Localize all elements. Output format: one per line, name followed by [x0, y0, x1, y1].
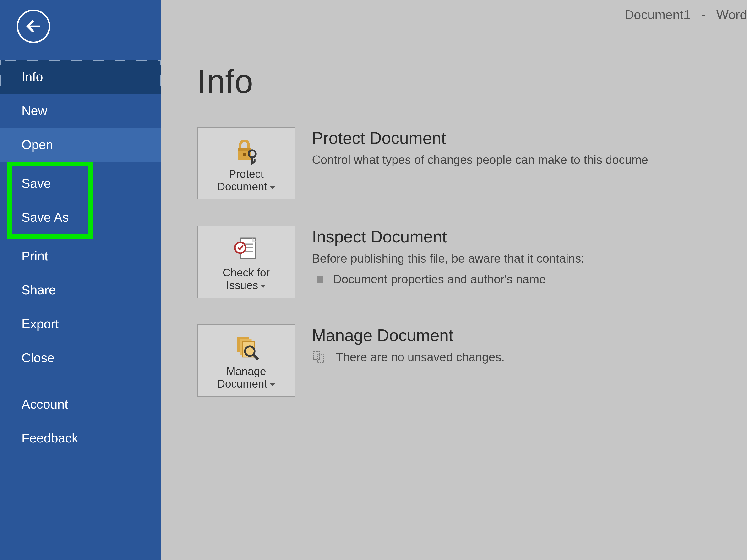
nav-item-save[interactable]: Save: [12, 166, 88, 200]
check-for-issues-button[interactable]: Check for Issues: [197, 226, 295, 298]
nav-item-feedback[interactable]: Feedback: [0, 421, 161, 455]
nav-item-info[interactable]: Info: [0, 60, 161, 94]
window-title: Document1 - Word: [625, 7, 747, 22]
section-body: Inspect Document Before publishing this …: [312, 226, 747, 288]
document-name: Document1: [625, 7, 691, 22]
nav-item-open[interactable]: Open: [0, 128, 161, 161]
section-inspect: Check for Issues Inspect Document Before…: [197, 226, 747, 298]
nav-item-close[interactable]: Close: [0, 341, 161, 375]
nav-item-export[interactable]: Export: [0, 307, 161, 341]
highlight-save-group: Save Save As: [7, 161, 93, 239]
manage-document-button[interactable]: Manage Document: [197, 324, 295, 397]
tile-label: Manage Document: [217, 365, 275, 390]
app-name: Word: [716, 7, 747, 22]
restore-icon: [312, 350, 326, 364]
nav-list: Info New Open Save Save As Print Share E…: [0, 60, 161, 455]
chevron-down-icon: [260, 285, 266, 288]
backstage-main: Document1 - Word Info: [161, 0, 747, 560]
section-title-protect: Protect Document: [312, 129, 747, 148]
nav-item-save-as[interactable]: Save As: [12, 200, 88, 234]
inspect-bullet-text: Document properties and author's name: [333, 271, 546, 288]
title-separator: -: [701, 7, 706, 22]
svg-rect-14: [314, 352, 320, 360]
section-manage: Manage Document Manage Document There ar…: [197, 324, 747, 397]
manage-status-row: There are no unsaved changes.: [312, 349, 747, 366]
check-doc-icon: [232, 233, 261, 264]
bullet-icon: [317, 276, 324, 283]
arrow-left-icon: [24, 17, 43, 36]
nav-item-new[interactable]: New: [0, 94, 161, 128]
nav-item-account[interactable]: Account: [0, 387, 161, 421]
manage-status-text: There are no unsaved changes.: [336, 349, 505, 366]
section-title-manage: Manage Document: [312, 326, 747, 345]
svg-line-13: [253, 355, 258, 359]
back-button[interactable]: [17, 9, 50, 43]
chevron-down-icon: [269, 186, 275, 189]
section-body: Protect Document Control what types of c…: [312, 127, 747, 168]
backstage-sidebar: Info New Open Save Save As Print Share E…: [0, 0, 161, 560]
nav-item-print[interactable]: Print: [0, 239, 161, 273]
protect-document-button[interactable]: Protect Document: [197, 127, 295, 199]
svg-rect-15: [317, 355, 324, 363]
nav-separator: [22, 380, 88, 381]
tile-label: Protect Document: [217, 168, 275, 193]
section-protect: Protect Document Protect Document Contro…: [197, 127, 747, 199]
section-desc-protect: Control what types of changes people can…: [312, 152, 747, 168]
stack-magnify-icon: [232, 332, 261, 363]
tile-label: Check for Issues: [223, 266, 270, 292]
inspect-bullet-row: Document properties and author's name: [312, 271, 747, 288]
section-body: Manage Document There are no unsaved cha…: [312, 324, 747, 366]
lock-key-icon: [232, 135, 261, 166]
section-title-inspect: Inspect Document: [312, 227, 747, 246]
svg-point-2: [242, 153, 246, 156]
chevron-down-icon: [269, 383, 275, 386]
backstage-view: Info New Open Save Save As Print Share E…: [0, 0, 747, 560]
section-desc-inspect: Before publishing this file, be aware th…: [312, 250, 747, 267]
svg-rect-1: [238, 148, 251, 151]
page-title: Info: [197, 62, 747, 101]
nav-item-share[interactable]: Share: [0, 273, 161, 307]
